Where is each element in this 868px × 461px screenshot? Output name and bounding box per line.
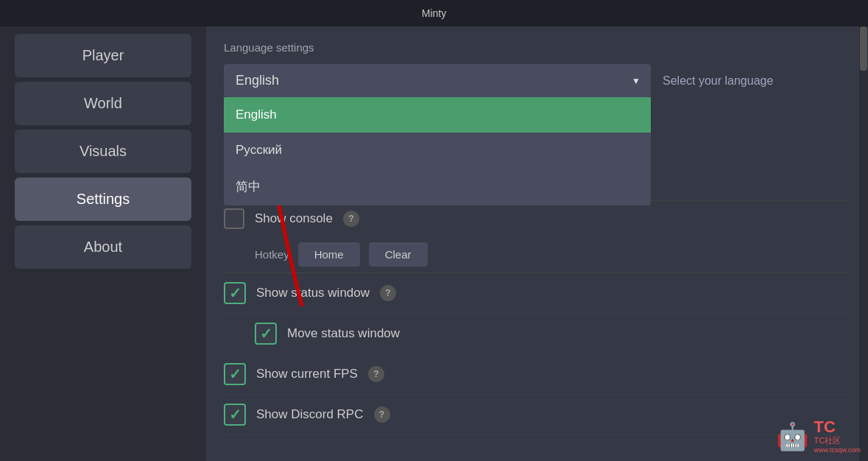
tc-text: TC: [814, 419, 861, 435]
show-status-window-help[interactable]: ?: [380, 285, 396, 301]
watermark-icon: 🤖: [776, 421, 809, 452]
show-fps-label: Show current FPS: [256, 367, 358, 381]
app-title: Minty: [422, 7, 446, 19]
show-status-window-checkbox[interactable]: ✓: [224, 282, 246, 304]
show-fps-help[interactable]: ?: [368, 366, 384, 382]
show-fps-row: ✓ Show current FPS ?: [224, 354, 850, 395]
scrollbar-thumb[interactable]: [860, 27, 867, 71]
sidebar-item-player[interactable]: Player: [15, 34, 191, 77]
move-status-window-checkbox[interactable]: ✓: [255, 323, 277, 345]
show-fps-checkbox[interactable]: ✓: [224, 363, 246, 385]
watermark-info: TC TC社区 www.tcsqw.com: [814, 419, 861, 454]
show-discord-rpc-checkbox[interactable]: ✓: [224, 404, 246, 426]
show-status-window-label: Show status window: [256, 286, 370, 300]
show-console-label: Show console: [255, 211, 333, 226]
hotkey-home-button[interactable]: Home: [298, 242, 360, 267]
show-console-help[interactable]: ?: [343, 211, 359, 227]
dropdown-selected-value: English: [236, 73, 279, 88]
sidebar-item-visuals[interactable]: Visuals: [15, 130, 191, 173]
select-lang-hint: Select your language: [663, 74, 773, 88]
language-dropdown[interactable]: English: [224, 64, 651, 97]
language-row: English ▼ English Русский 简中 Select your…: [224, 64, 850, 97]
move-status-window-label: Move status window: [287, 326, 400, 341]
show-discord-rpc-help[interactable]: ?: [374, 407, 390, 423]
hotkey-label: Hotkey: [255, 248, 289, 261]
move-status-window-row: ✓ Move status window: [224, 314, 850, 354]
language-dropdown-wrapper: English ▼ English Русский 简中: [224, 64, 651, 97]
hotkey-clear-button[interactable]: Clear: [369, 242, 428, 267]
community-text: TC社区: [814, 435, 861, 446]
show-status-window-row: ✓ Show status window ?: [224, 273, 850, 314]
watermark: 🤖 TC TC社区 www.tcsqw.com: [776, 419, 861, 454]
settings-rows: Show console ? Hotkey Home Clear ✓ Show …: [224, 200, 850, 435]
show-discord-rpc-label: Show Discord RPC: [256, 407, 364, 422]
lang-option-russian[interactable]: Русский: [224, 133, 651, 168]
sidebar-item-world[interactable]: World: [15, 82, 191, 125]
content-area: Language settings English ▼ English Русс…: [206, 27, 868, 461]
sidebar: Player World Visuals Settings About: [0, 27, 206, 461]
watermark-url: www.tcsqw.com: [814, 446, 861, 454]
sidebar-item-settings[interactable]: Settings: [15, 177, 191, 221]
show-discord-rpc-row: ✓ Show Discord RPC ?: [224, 395, 850, 435]
lang-option-english[interactable]: English: [224, 97, 651, 133]
section-label: Language settings: [224, 41, 850, 54]
main-layout: Player World Visuals Settings About Lang…: [0, 27, 868, 461]
show-console-checkbox[interactable]: [224, 208, 244, 229]
scrollbar-track[interactable]: [859, 27, 868, 461]
language-dropdown-menu: English Русский 简中: [224, 97, 651, 205]
hotkey-row: Hotkey Home Clear: [224, 236, 850, 273]
lang-option-chinese[interactable]: 简中: [224, 168, 651, 205]
title-bar: Minty: [0, 0, 868, 27]
show-console-row: Show console ?: [224, 200, 850, 236]
sidebar-item-about[interactable]: About: [15, 225, 191, 269]
